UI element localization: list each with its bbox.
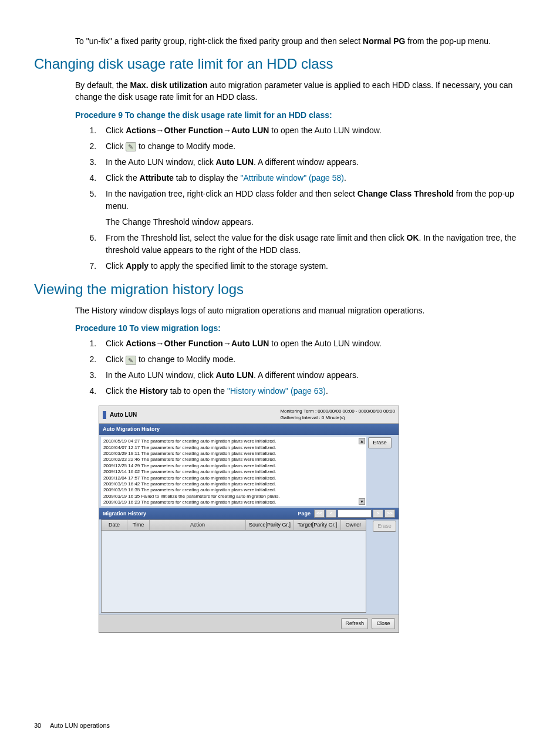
text: In the Auto LUN window, click — [106, 370, 216, 380]
migration-history-bar: Migration History Page << < - / -▼ > >> — [99, 508, 399, 519]
step-3: In the Auto LUN window, click Auto LUN. … — [99, 369, 526, 382]
procedure-10-title: Procedure 10 To view migration logs: — [75, 322, 526, 334]
text: . A different window appears. — [254, 157, 359, 167]
erase-button-disabled: Erase — [373, 521, 396, 532]
heading-migration-logs: Viewing the migration history logs — [34, 279, 526, 300]
other-function-label: Other Function — [164, 339, 223, 348]
log-line: 2010/04/07 12:17 The parameters for crea… — [103, 445, 364, 451]
text: Click — [106, 355, 126, 364]
text: to change to Modify mode. — [136, 355, 235, 364]
log-line: 2010/02/23 22:46 The parameters for crea… — [103, 457, 364, 463]
auto-lun-label: Auto LUN — [216, 370, 254, 380]
history-label: History — [140, 386, 168, 396]
text: Click the — [106, 173, 140, 183]
header-info: Monitoring Term : 0000/00/00 00:00 - 000… — [280, 409, 395, 421]
text: . — [344, 173, 346, 183]
ok-label: OK — [407, 233, 419, 242]
col-owner[interactable]: Owner — [341, 520, 366, 530]
text: . A different window appears. — [254, 370, 359, 380]
close-button[interactable]: Close — [372, 618, 395, 629]
section-title: Migration History — [103, 510, 146, 518]
text: . — [326, 386, 328, 396]
step-3: In the Auto LUN window, click Auto LUN. … — [99, 156, 526, 168]
actions-label: Actions — [126, 339, 156, 348]
gathering-interval: Gathering Interval : 0 Minute(s) — [280, 415, 395, 421]
log-line: 2009/03/19 16:23 Failed to initialize th… — [103, 506, 364, 507]
log-line: 2009/03/19 16:35 The parameters for crea… — [103, 487, 364, 493]
text: In the Auto LUN window, click — [106, 157, 216, 167]
auto-migration-area: 2010/05/19 04:27 The parameters for crea… — [99, 435, 399, 508]
auto-lun-label: Auto LUN — [216, 157, 254, 167]
step-5-sub: The Change Threshold window appears. — [106, 216, 526, 228]
attribute-window-link[interactable]: "Attribute window" (page 58) — [241, 173, 344, 183]
col-date[interactable]: Date — [102, 520, 127, 530]
pager-last-button[interactable]: >> — [384, 509, 395, 518]
log-line: 2009/12/25 14:29 The parameters for crea… — [103, 463, 364, 469]
table-body — [101, 531, 366, 613]
text: to open the Auto LUN window. — [269, 126, 381, 135]
page-select[interactable]: - / -▼ — [338, 509, 372, 518]
text: In the navigation tree, right-click an H… — [106, 189, 357, 198]
procedure-9-title: Procedure 9 To change the disk usage rat… — [75, 109, 526, 121]
window-footer: Refresh Close — [99, 615, 399, 632]
text: tab to open the — [168, 386, 227, 396]
log-textarea[interactable]: 2010/05/19 04:27 The parameters for crea… — [101, 437, 366, 506]
section2-intro: The History window displays logs of auto… — [75, 305, 526, 316]
step-2: Click to change to Modify mode. — [99, 140, 526, 153]
monitoring-term: Monitoring Term : 0000/00/00 00:00 - 000… — [280, 409, 395, 414]
page-label: Page — [298, 510, 311, 518]
auto-lun-label: Auto LUN — [231, 126, 269, 135]
arrow-icon: → — [156, 339, 164, 348]
window-header: Auto LUN Monitoring Term : 0000/00/00 00… — [99, 406, 399, 424]
text: By default, the — [75, 80, 130, 90]
auto-lun-label: Auto LUN — [231, 339, 269, 348]
text: to change to Modify mode. — [136, 141, 235, 151]
log-line: 2009/03/19 16:35 Failed to initialize th… — [103, 494, 364, 499]
col-source[interactable]: Source[Parity Gr.] — [246, 520, 294, 530]
modify-mode-icon — [126, 142, 136, 151]
step-6: From the Threshold list, select the valu… — [99, 232, 526, 256]
log-line: 2010/03/29 19:11 The parameters for crea… — [103, 451, 364, 457]
actions-label: Actions — [126, 126, 156, 135]
step-1: Click Actions→Other Function→Auto LUN to… — [99, 124, 526, 137]
other-function-label: Other Function — [164, 126, 223, 135]
arrow-icon: → — [156, 126, 164, 135]
unfix-paragraph: To "un-fix" a fixed parity group, right-… — [75, 35, 526, 47]
col-time[interactable]: Time — [127, 520, 150, 530]
refresh-button[interactable]: Refresh — [341, 618, 368, 629]
erase-button[interactable]: Erase — [368, 437, 392, 448]
max-disk-utilization: Max. disk utilization — [130, 80, 207, 90]
text: to open the Auto LUN window. — [269, 339, 381, 348]
auto-migration-history-bar: Auto Migration History — [99, 424, 399, 435]
log-line: 2009/03/19 16:23 The parameters for crea… — [103, 499, 364, 505]
step-4: Click the Attribute tab to display the "… — [99, 172, 526, 184]
text: Click — [106, 126, 126, 135]
dropdown-icon: ▼ — [365, 510, 370, 517]
scroll-down-icon[interactable]: ▼ — [359, 498, 365, 505]
history-window-screenshot: Auto LUN Monitoring Term : 0000/00/00 00… — [99, 406, 399, 633]
modify-mode-icon — [126, 356, 136, 365]
text: To "un-fix" a fixed parity group, right-… — [75, 36, 363, 46]
pager-first-button[interactable]: << — [314, 509, 325, 518]
text: Click — [106, 141, 126, 151]
step-7: Click Apply to apply the specified limit… — [99, 260, 526, 272]
change-class-threshold-label: Change Class Threshold — [357, 189, 454, 198]
scroll-up-icon[interactable]: ▲ — [359, 438, 365, 444]
header-accent-bar — [103, 411, 106, 419]
step-2: Click to change to Modify mode. — [99, 353, 526, 366]
col-action[interactable]: Action — [150, 520, 246, 530]
log-line: 2009/03/19 16:42 The parameters for crea… — [103, 481, 364, 487]
window-title: Auto LUN — [110, 411, 137, 420]
pager-next-button[interactable]: > — [373, 509, 383, 518]
procedure-9-steps: Click Actions→Other Function→Auto LUN to… — [87, 124, 526, 272]
arrow-icon: → — [223, 339, 231, 348]
procedure-10-steps: Click Actions→Other Function→Auto LUN to… — [87, 337, 526, 397]
table-header-row: Date Time Action Source[Parity Gr.] Targ… — [101, 519, 366, 531]
step-4: Click the History tab to open the "Histo… — [99, 385, 526, 397]
text: From the Threshold list, select the valu… — [106, 233, 407, 242]
pager-prev-button[interactable]: < — [326, 509, 336, 518]
col-target[interactable]: Target[Parity Gr.] — [294, 520, 341, 530]
arrow-icon: → — [223, 126, 231, 135]
text: Click the — [106, 386, 140, 396]
history-window-link[interactable]: "History window" (page 63) — [227, 386, 326, 396]
